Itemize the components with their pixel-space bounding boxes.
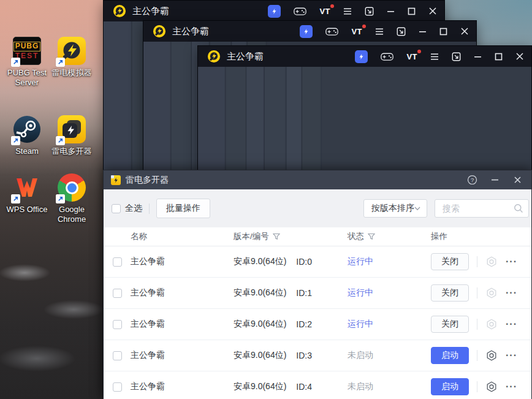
maximize-icon[interactable] [408, 7, 416, 15]
boost-badge-icon[interactable] [355, 50, 368, 63]
small-window-icon[interactable] [397, 27, 406, 36]
table-row: 主公争霸 安卓9.0(64位) ID:3 未启动 启动 ··· [104, 340, 531, 371]
desktop-icon-chrome[interactable]: Google Chrome [45, 173, 98, 225]
row-checkbox[interactable] [113, 320, 122, 329]
ops-divider [477, 256, 477, 267]
manager-minimize-button[interactable] [489, 175, 500, 186]
gamepad-icon[interactable] [325, 27, 338, 36]
vt-indicator[interactable]: VT [319, 7, 330, 16]
close-icon[interactable] [515, 52, 524, 61]
header-ops: 操作 [431, 231, 531, 242]
maximize-icon[interactable] [495, 53, 503, 61]
instance-status: 运行中 [348, 319, 373, 330]
instance-name: 主公争霸 [131, 319, 165, 330]
desktop-icon-label: 雷电模拟器 [52, 68, 92, 78]
small-window-icon[interactable] [365, 7, 374, 16]
settings-gear-icon[interactable] [485, 318, 498, 330]
instance-status: 运行中 [348, 287, 373, 298]
instance-name: 主公争霸 [131, 381, 165, 392]
boost-badge-icon[interactable] [268, 5, 281, 18]
emulator-titlebar[interactable]: 主公争霸 VT [198, 46, 531, 67]
shortcut-arrow-icon [11, 194, 20, 203]
sort-dropdown-value: 按版本排序 [371, 203, 414, 214]
notification-dot [330, 4, 334, 8]
row-checkbox[interactable] [113, 289, 122, 298]
instance-table: 主公争霸 安卓9.0(64位) ID:0 运行中 关闭 ··· 主公争霸 安卓9… [104, 246, 531, 399]
pubg-icon-text: PUBG [13, 42, 41, 51]
minimize-icon[interactable] [387, 7, 395, 15]
instance-name: 主公争霸 [131, 350, 165, 361]
menu-icon[interactable] [430, 53, 439, 60]
small-window-icon[interactable] [452, 52, 461, 61]
select-all-checkbox[interactable] [112, 204, 121, 213]
vt-indicator[interactable]: VT [406, 52, 417, 61]
boost-badge-icon[interactable] [300, 25, 313, 38]
manager-toolbar: 全选 批量操作 按版本排序 [104, 189, 531, 227]
batch-operation-button[interactable]: 批量操作 [156, 199, 210, 218]
manager-close-button[interactable] [512, 175, 523, 186]
gamepad-icon[interactable] [381, 52, 393, 61]
table-row: 主公争霸 安卓9.0(64位) ID:1 运行中 关闭 ··· [104, 278, 531, 309]
maximize-icon[interactable] [439, 28, 447, 36]
sort-dropdown[interactable]: 按版本排序 [363, 199, 427, 218]
more-options-icon[interactable]: ··· [506, 352, 517, 359]
emulator-titlebar[interactable]: 主公争霸 VT [104, 1, 444, 21]
more-options-icon[interactable]: ··· [506, 259, 517, 265]
shortcut-arrow-icon [56, 58, 65, 67]
filter-funnel-icon[interactable] [368, 233, 375, 240]
row-checkbox[interactable] [113, 382, 122, 392]
instance-id: ID:2 [296, 319, 312, 329]
chevron-down-icon [414, 207, 420, 211]
desktop-icon-ldmultiplayer[interactable]: 雷电多开器 [45, 115, 98, 156]
desktop-icon-ldplayer[interactable]: 雷电模拟器 [45, 37, 98, 78]
search-box [435, 199, 529, 218]
manager-titlebar[interactable]: 雷电多开器 ? [104, 170, 531, 189]
menu-icon[interactable] [375, 28, 384, 35]
row-checkbox[interactable] [113, 257, 122, 267]
instance-action-button[interactable]: 关闭 [431, 284, 469, 302]
settings-gear-icon[interactable] [485, 256, 498, 268]
ldplayer-logo-icon [153, 25, 166, 38]
ops-divider [477, 319, 477, 330]
more-options-icon[interactable]: ··· [506, 321, 517, 327]
instance-action-button[interactable]: 关闭 [431, 316, 469, 333]
ops-divider [477, 381, 477, 392]
instance-version: 安卓9.0(64位) [234, 287, 286, 298]
gamepad-icon[interactable] [294, 7, 306, 16]
instance-status: 未启动 [348, 381, 373, 392]
more-options-icon[interactable]: ··· [506, 384, 517, 390]
close-icon[interactable] [460, 27, 469, 36]
minimize-icon[interactable] [474, 53, 482, 61]
settings-gear-icon[interactable] [485, 287, 498, 299]
ldplayer-logo-icon [113, 4, 126, 18]
instance-action-button[interactable]: 启动 [431, 378, 469, 395]
instance-status: 运行中 [348, 256, 373, 267]
instance-id: ID:1 [296, 288, 312, 298]
ops-divider [477, 287, 477, 298]
settings-gear-icon[interactable] [485, 381, 498, 393]
emulator-titlebar[interactable]: 主公争霸 VT [143, 21, 476, 42]
shortcut-arrow-icon [11, 136, 20, 145]
more-options-icon[interactable]: ··· [506, 290, 517, 296]
settings-gear-icon[interactable] [485, 349, 498, 362]
ldplayer-logo-icon [207, 50, 221, 63]
select-all-label: 全选 [125, 203, 142, 214]
search-icon [514, 203, 523, 213]
row-checkbox[interactable] [113, 351, 122, 360]
desktop-icon-label: 雷电多开器 [52, 146, 92, 156]
manager-window-title: 雷电多开器 [126, 175, 169, 186]
emulator-window-title: 主公争霸 [172, 26, 209, 37]
filter-funnel-icon[interactable] [273, 233, 280, 240]
help-icon[interactable]: ? [466, 175, 477, 186]
table-header: 名称 版本/编号 状态 操作 [104, 227, 531, 246]
menu-icon[interactable] [343, 8, 352, 15]
svg-text:?: ? [470, 177, 473, 183]
close-icon[interactable] [428, 7, 437, 15]
shortcut-arrow-icon [11, 58, 20, 67]
vt-indicator[interactable]: VT [351, 27, 362, 36]
minimize-icon[interactable] [419, 28, 427, 36]
instance-action-button[interactable]: 启动 [431, 347, 469, 364]
instance-version: 安卓9.0(64位) [234, 381, 286, 392]
instance-action-button[interactable]: 关闭 [431, 253, 469, 270]
instance-status: 未启动 [348, 350, 373, 361]
